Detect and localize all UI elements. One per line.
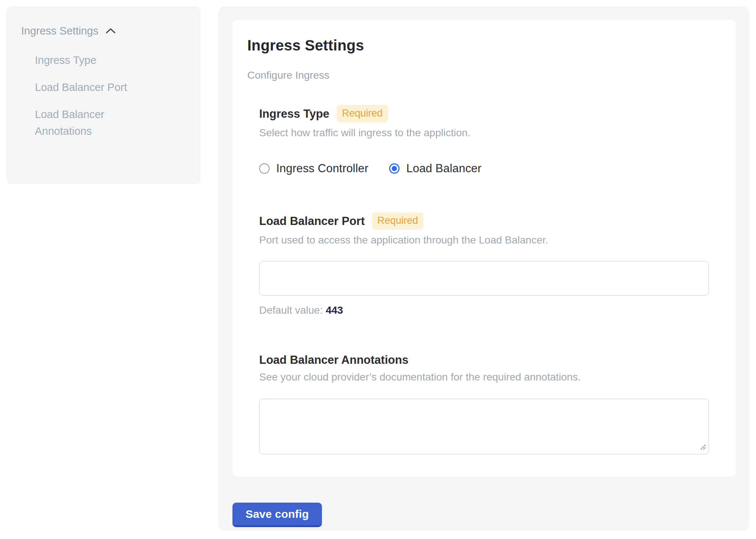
load-balancer-annotations-textarea[interactable] — [259, 399, 709, 454]
load-balancer-annotations-section: Load Balancer Annotations See your cloud… — [259, 353, 710, 454]
resize-handle-icon[interactable] — [699, 443, 707, 452]
radio-option-ingress-controller[interactable]: Ingress Controller — [259, 162, 368, 175]
radio-selected-icon — [389, 163, 400, 174]
radio-label: Ingress Controller — [276, 162, 368, 175]
required-badge: Required — [337, 105, 388, 122]
default-value: 443 — [326, 304, 343, 316]
page-title: Ingress Settings — [247, 37, 710, 54]
ingress-type-radio-group: Ingress Controller Load Balancer — [259, 162, 710, 175]
radio-label: Load Balancer — [406, 162, 482, 175]
radio-unselected-icon — [259, 163, 270, 174]
main-panel: Ingress Settings Configure Ingress Ingre… — [218, 6, 749, 531]
settings-sidebar: Ingress Settings Ingress Type Load Balan… — [6, 6, 201, 184]
load-balancer-annotations-label: Load Balancer Annotations — [259, 353, 408, 367]
annotations-textarea-wrap — [259, 399, 709, 454]
ingress-type-section: Ingress Type Required Select how traffic… — [259, 105, 710, 175]
sidebar-item-load-balancer-annotations[interactable]: Load Balancer Annotations — [35, 106, 157, 140]
page-subtitle: Configure Ingress — [247, 69, 710, 81]
chevron-up-icon — [105, 25, 116, 37]
ingress-settings-card: Ingress Settings Configure Ingress Ingre… — [232, 20, 736, 477]
sidebar-section-ingress-settings[interactable]: Ingress Settings — [21, 25, 189, 37]
default-value-line: Default value:443 — [259, 304, 710, 316]
radio-option-load-balancer[interactable]: Load Balancer — [389, 162, 482, 175]
required-badge: Required — [372, 212, 423, 230]
sidebar-item-ingress-type[interactable]: Ingress Type — [35, 52, 157, 69]
load-balancer-port-input[interactable] — [259, 261, 709, 295]
sidebar-item-list: Ingress Type Load Balancer Port Load Bal… — [35, 52, 189, 140]
load-balancer-port-label: Load Balancer Port — [259, 215, 365, 228]
ingress-type-help: Select how traffic will ingress to the a… — [259, 127, 710, 139]
load-balancer-port-help: Port used to access the application thro… — [259, 234, 710, 246]
ingress-type-label: Ingress Type — [259, 107, 329, 121]
load-balancer-port-section: Load Balancer Port Required Port used to… — [259, 212, 710, 316]
sidebar-item-load-balancer-port[interactable]: Load Balancer Port — [35, 79, 157, 96]
default-value-label: Default value: — [259, 304, 323, 316]
save-config-button[interactable]: Save config — [232, 503, 322, 527]
load-balancer-annotations-help: See your cloud provider’s documentation … — [259, 371, 710, 383]
sidebar-section-label: Ingress Settings — [21, 25, 98, 37]
